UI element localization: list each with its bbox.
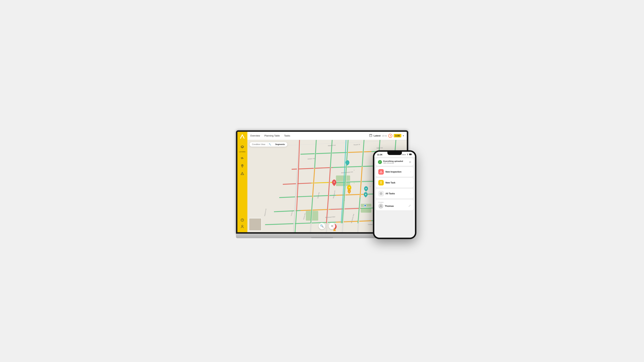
nav-planning-table[interactable]: Planning Table	[264, 134, 280, 138]
nav-distance: 10 mi	[382, 135, 387, 137]
map-zoom-in-button[interactable]: +	[329, 223, 335, 229]
creator-row: Thomas	[378, 204, 411, 209]
sidebar-help-icon[interactable]: ?	[240, 217, 245, 223]
mini-map-background	[249, 218, 261, 230]
battery-icon	[409, 154, 412, 156]
svg-point-119	[380, 193, 382, 195]
svg-point-0	[242, 165, 243, 166]
top-nav: Overview Planning Table Tasks	[247, 132, 407, 140]
new-task-arrow-icon: ›	[410, 181, 411, 184]
segments-icon: 🔧	[268, 142, 273, 147]
nav-tasks[interactable]: Tasks	[284, 134, 290, 138]
signal-icon: ▲▲▲	[402, 154, 406, 155]
phone-body: 11:34 ▲▲▲ ✓	[373, 150, 416, 239]
segments-toggle[interactable]: Segments	[273, 142, 288, 146]
sidebar-layers-icon[interactable]	[240, 144, 245, 150]
new-task-label: New Task	[386, 181, 408, 184]
nav-overview[interactable]: Overview	[250, 134, 260, 138]
new-inspection-icon	[378, 169, 384, 175]
status-icons: ▲▲▲	[402, 154, 412, 156]
svg-text:?: ?	[242, 219, 243, 221]
all-tasks-arrow-icon: ›	[410, 192, 411, 195]
all-tasks-item[interactable]: All Tasks ›	[376, 189, 414, 199]
phone-notch	[388, 152, 402, 155]
settings-icon[interactable]: ⚙	[409, 161, 411, 163]
scene: LAYERS	[222, 119, 422, 243]
nav-score-badge[interactable]: 3.06	[394, 134, 401, 137]
svg-point-101	[364, 204, 366, 207]
nav-right: Latest 10 mi 9 3.06 ▾	[369, 134, 404, 138]
sidebar-bottom: ?	[240, 216, 245, 230]
phone-content: ✓ Everything uploaded Wifi connected ⚙	[374, 157, 415, 238]
phone-screen: 11:34 ▲▲▲ ✓	[374, 152, 415, 238]
svg-point-117	[381, 172, 381, 173]
new-task-item[interactable]: New Task ›	[376, 178, 414, 188]
all-tasks-label: All Tasks	[386, 192, 408, 195]
new-task-icon	[378, 180, 384, 185]
svg-text:↓: ↓	[347, 162, 348, 163]
calendar-icon	[369, 134, 372, 137]
sidebar-waveform-icon[interactable]	[240, 156, 245, 161]
creator-avatar	[378, 204, 384, 209]
new-inspection-label: New Inspection	[386, 171, 408, 173]
svg-text:↓: ↓	[354, 169, 354, 171]
app-logo[interactable]	[240, 134, 245, 139]
svg-rect-6	[370, 134, 372, 137]
sidebar: LAYERS	[238, 132, 247, 232]
new-inspection-item[interactable]: New Inspection ›	[376, 167, 414, 177]
sidebar-layers-label: LAYERS	[239, 151, 246, 153]
svg-point-112	[407, 155, 408, 155]
map-search-button[interactable]: 🔍	[319, 223, 325, 229]
nav-latest-label: Latest	[374, 134, 380, 137]
svg-text:↓: ↓	[354, 182, 354, 184]
sidebar-warning-icon[interactable]	[240, 171, 245, 176]
svg-point-5	[242, 225, 243, 227]
svg-point-121	[380, 205, 382, 206]
upload-title: Everything uploaded	[384, 160, 408, 162]
svg-text:Baltic Ave: Baltic Ave	[376, 147, 383, 149]
svg-text:↓: ↓	[370, 185, 370, 187]
sidebar-user-icon[interactable]	[240, 224, 245, 229]
all-tasks-icon	[378, 191, 384, 196]
sidebar-location-icon[interactable]	[240, 163, 245, 169]
upload-check-icon: ✓	[378, 160, 382, 164]
upload-banner: ✓ Everything uploaded Wifi connected ⚙	[376, 158, 414, 166]
phone: 11:34 ▲▲▲ ✓	[373, 150, 416, 239]
svg-text:↓: ↓	[344, 199, 345, 201]
phone-time: 11:34	[377, 154, 382, 156]
svg-rect-12	[336, 175, 350, 186]
map-toggle: Condition View 🔧 Segments	[250, 142, 288, 147]
svg-point-2	[242, 174, 242, 174]
creator-name: Thomas	[385, 205, 394, 207]
mini-map[interactable]	[249, 218, 262, 231]
condition-view-toggle[interactable]: Condition View	[250, 142, 268, 146]
creator-label: Creator	[378, 201, 411, 203]
map-controls: 🔍 +	[319, 223, 335, 229]
upload-subtitle: Wifi connected	[384, 162, 408, 164]
svg-rect-115	[412, 154, 412, 155]
svg-rect-114	[409, 154, 411, 155]
upload-text: Everything uploaded Wifi connected	[384, 160, 408, 164]
svg-point-118	[381, 182, 381, 182]
wifi-icon	[406, 154, 408, 156]
svg-point-120	[381, 193, 382, 194]
nav-count-badge: 9	[388, 134, 392, 138]
svg-text:⚠: ⚠	[348, 191, 350, 192]
creator-section: Creator Thomas	[376, 200, 414, 210]
new-inspection-arrow-icon: ›	[410, 171, 411, 173]
nav-dropdown-icon[interactable]: ▾	[403, 134, 404, 137]
creator-edit-icon[interactable]	[408, 204, 411, 208]
